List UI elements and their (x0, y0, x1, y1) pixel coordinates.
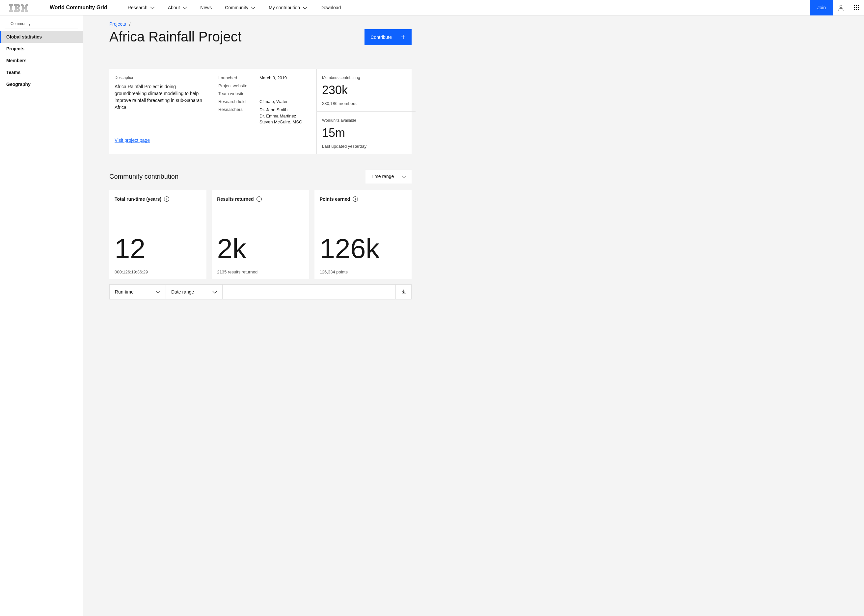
svg-rect-15 (18, 9, 20, 9)
sidebar-item-geography[interactable]: Geography (0, 78, 83, 90)
stat-workunits-num: 15m (322, 126, 410, 140)
svg-point-44 (856, 9, 857, 10)
svg-rect-32 (21, 10, 24, 11)
sidebar-label: Community (5, 19, 78, 29)
nav-download[interactable]: Download (315, 0, 347, 16)
nav-about[interactable]: About (162, 0, 193, 16)
info-icon[interactable]: i (353, 196, 358, 202)
nav-community[interactable]: Community (219, 0, 261, 16)
page-title: Africa Rainfall Project (109, 28, 365, 45)
visit-project-link[interactable]: Visit project page (115, 138, 150, 143)
sidebar-item-teams[interactable]: Teams (0, 66, 83, 78)
svg-rect-24 (22, 7, 24, 8)
svg-point-43 (854, 9, 855, 10)
svg-rect-21 (25, 5, 28, 6)
svg-rect-2 (10, 6, 12, 6)
brand-title[interactable]: World Community Grid (43, 5, 114, 11)
ibm-logo[interactable] (0, 4, 35, 11)
breadcrumb-root[interactable]: Projects (109, 21, 126, 27)
daterange-dropdown[interactable]: Date range (166, 284, 223, 299)
card-value: 126k (320, 235, 406, 262)
chevron-down-icon (150, 5, 155, 10)
stat-workunits: Workunits available 15m Last updated yes… (317, 112, 415, 154)
chevron-down-icon (183, 5, 187, 10)
user-icon[interactable] (833, 0, 848, 16)
stat-card: Results returnedi2k2135 results returned (212, 190, 309, 279)
svg-point-38 (856, 5, 857, 6)
main-content: Projects / Africa Rainfall Project Contr… (83, 16, 422, 616)
time-range-dropdown[interactable]: Time range (365, 170, 412, 183)
info-icon[interactable]: i (257, 196, 262, 202)
svg-rect-35 (25, 11, 28, 11)
nav-research[interactable]: Research (122, 0, 161, 16)
svg-rect-31 (25, 9, 27, 9)
breadcrumb-sep: / (129, 21, 131, 27)
meta-row: Research fieldClimate, Water (218, 99, 311, 104)
sidebar-item-global-statistics[interactable]: Global statistics (0, 31, 83, 43)
description-text: Africa Rainfall Project is doing groundb… (115, 83, 208, 111)
svg-rect-20 (21, 5, 24, 6)
svg-rect-22 (22, 6, 24, 6)
stat-workunits-label: Workunits available (322, 118, 410, 123)
meta-row: Project website- (218, 83, 311, 88)
nav-news[interactable]: News (194, 0, 218, 16)
plus-icon (401, 35, 406, 40)
join-button[interactable]: Join (810, 0, 833, 16)
stat-members: Members contributing 230k 230,186 member… (317, 69, 415, 112)
time-range-label: Time range (371, 174, 394, 179)
breadcrumb: Projects / (109, 21, 412, 27)
card-footer: 2135 results returned (217, 269, 304, 275)
svg-rect-17 (14, 11, 19, 11)
meta-row-researchers: ResearchersDr. Jane SmithDr. Emma Martin… (218, 107, 311, 125)
stat-members-num: 230k (322, 83, 410, 97)
apps-icon[interactable] (848, 0, 864, 16)
daterange-dd-label: Date range (171, 289, 194, 294)
card-value: 2k (217, 235, 304, 262)
meta-row: Team website- (218, 91, 311, 96)
contribute-button[interactable]: Contribute (365, 29, 412, 45)
chevron-down-icon (251, 5, 255, 10)
chevron-down-icon (302, 5, 307, 10)
description-label: Description (115, 75, 208, 80)
svg-rect-1 (9, 5, 13, 6)
svg-rect-5 (10, 9, 12, 9)
svg-rect-23 (25, 6, 27, 6)
header: World Community Grid ResearchAboutNewsCo… (0, 0, 864, 16)
svg-point-41 (856, 7, 857, 8)
download-button[interactable] (396, 284, 412, 299)
svg-rect-3 (10, 7, 12, 8)
nav-my-contribution[interactable]: My contribution (263, 0, 313, 16)
stat-card: Total run-time (years)i12000:126:19:36:2… (109, 190, 206, 279)
svg-rect-18 (21, 4, 24, 5)
svg-rect-4 (10, 8, 12, 9)
svg-rect-25 (24, 7, 25, 8)
description-cell: Description Africa Rainfall Project is d… (109, 69, 213, 154)
svg-point-39 (858, 5, 859, 6)
card-value: 12 (115, 235, 201, 262)
sidebar-item-projects[interactable]: Projects (0, 43, 83, 55)
svg-rect-7 (9, 11, 13, 11)
info-panel: Description Africa Rainfall Project is d… (109, 69, 412, 154)
svg-point-37 (854, 5, 855, 6)
info-icon[interactable]: i (164, 196, 169, 202)
svg-rect-10 (15, 6, 17, 6)
chart-controls: Run-time Date range (109, 284, 412, 299)
stats-cell: Members contributing 230k 230,186 member… (317, 69, 415, 154)
svg-rect-33 (25, 10, 28, 11)
card-footer: 000:126:19:36:29 (115, 269, 201, 275)
metadata-cell: LaunchedMarch 3, 2019Project website-Tea… (213, 69, 317, 154)
svg-point-36 (840, 5, 842, 8)
runtime-dropdown[interactable]: Run-time (109, 284, 166, 299)
runtime-dd-label: Run-time (115, 289, 134, 294)
svg-rect-30 (22, 9, 24, 9)
chart-area (223, 284, 396, 299)
sidebar-item-members[interactable]: Members (0, 55, 83, 66)
svg-rect-28 (24, 8, 25, 9)
svg-rect-16 (14, 10, 20, 11)
svg-rect-26 (25, 7, 27, 8)
contribute-label: Contribute (370, 35, 392, 40)
chevron-down-icon (156, 289, 161, 294)
chevron-down-icon (212, 289, 217, 294)
card-title: Results returned (217, 196, 253, 202)
divider (39, 4, 39, 11)
